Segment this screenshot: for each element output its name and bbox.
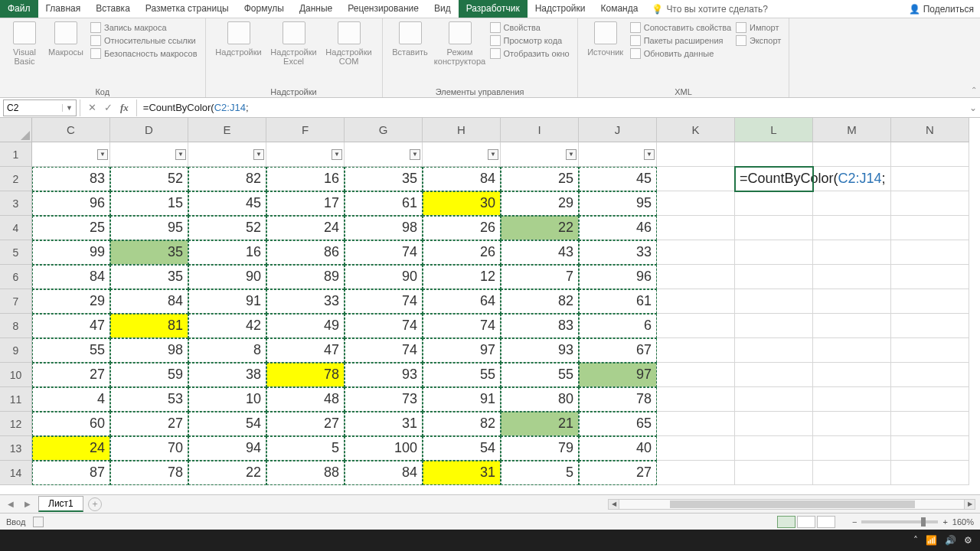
view-normal-button[interactable]	[777, 516, 795, 528]
cell-N3[interactable]	[891, 191, 969, 216]
cell-D14[interactable]: 78	[110, 461, 188, 485]
tray-chevron-icon[interactable]: ˄	[913, 535, 918, 546]
cell-M5[interactable]	[813, 240, 891, 265]
tab-formulas[interactable]: Формулы	[237, 0, 292, 18]
cell-H14[interactable]: 31	[423, 461, 501, 485]
properties-button[interactable]: Свойства	[488, 21, 571, 34]
cell-N11[interactable]	[891, 387, 969, 412]
tab-home[interactable]: Главная	[38, 0, 89, 18]
xml-export-button[interactable]: Экспорт	[734, 34, 782, 47]
cell-N13[interactable]	[891, 436, 969, 461]
col-header-K[interactable]: K	[657, 118, 735, 142]
relative-refs-button[interactable]: Относительные ссылки	[89, 34, 199, 47]
map-properties-button[interactable]: Сопоставить свойства	[629, 21, 733, 34]
cell-H8[interactable]: 74	[423, 314, 501, 338]
cell-K13[interactable]	[657, 436, 735, 461]
macro-record-status-icon[interactable]	[33, 517, 44, 527]
cell-D7[interactable]: 84	[110, 289, 188, 314]
macros-button[interactable]: Макросы	[44, 20, 87, 57]
filter-button-G[interactable]: ▼	[410, 149, 420, 160]
cell-I7[interactable]: 82	[501, 289, 579, 314]
name-box[interactable]: C2▼	[3, 99, 77, 116]
tab-pagelayout[interactable]: Разметка страницы	[138, 0, 237, 18]
cell-F1[interactable]: ▼	[266, 142, 345, 167]
cell-K3[interactable]	[657, 191, 735, 216]
fx-icon[interactable]: fx	[120, 102, 129, 114]
row-header-6[interactable]: 6	[0, 265, 32, 289]
cell-K2[interactable]	[657, 167, 735, 191]
cell-H6[interactable]: 12	[423, 265, 501, 289]
design-mode-button[interactable]: Режим конструктора	[433, 20, 487, 66]
cell-C11[interactable]: 4	[32, 387, 110, 412]
cell-G6[interactable]: 90	[345, 265, 423, 289]
cell-G5[interactable]: 74	[345, 240, 423, 265]
cell-C14[interactable]: 87	[32, 461, 110, 485]
formula-input[interactable]: =CountByColor(C2:J14;	[137, 102, 966, 113]
cell-I6[interactable]: 7	[501, 265, 579, 289]
scroll-right-button[interactable]: ▶	[964, 500, 975, 509]
scroll-left-button[interactable]: ◀	[609, 500, 619, 509]
cell-F3[interactable]: 17	[266, 191, 345, 216]
cell-H9[interactable]: 97	[423, 338, 501, 363]
view-pagebreak-button[interactable]	[817, 516, 835, 528]
col-header-M[interactable]: M	[813, 118, 891, 142]
cell-N14[interactable]	[891, 461, 969, 485]
cell-E5[interactable]: 16	[188, 240, 266, 265]
cell-M3[interactable]	[813, 191, 891, 216]
col-header-I[interactable]: I	[501, 118, 579, 142]
cell-C10[interactable]: 27	[32, 363, 110, 387]
cell-C5[interactable]: 99	[32, 240, 110, 265]
cell-G2[interactable]: 35	[345, 167, 423, 191]
cell-M6[interactable]	[813, 265, 891, 289]
cell-E14[interactable]: 22	[188, 461, 266, 485]
tab-addins[interactable]: Надстройки	[528, 0, 593, 18]
cell-J6[interactable]: 96	[579, 265, 657, 289]
cancel-formula-button[interactable]: ✕	[88, 102, 96, 113]
cell-E7[interactable]: 91	[188, 289, 266, 314]
cell-J3[interactable]: 95	[579, 191, 657, 216]
cell-K9[interactable]	[657, 338, 735, 363]
cell-M13[interactable]	[813, 436, 891, 461]
accept-formula-button[interactable]: ✓	[104, 102, 113, 113]
cell-M8[interactable]	[813, 314, 891, 338]
filter-button-J[interactable]: ▼	[644, 149, 655, 160]
cell-F2[interactable]: 16	[266, 167, 345, 191]
cell-K14[interactable]	[657, 461, 735, 485]
cell-G10[interactable]: 93	[345, 363, 423, 387]
cell-I13[interactable]: 79	[501, 436, 579, 461]
refresh-data-button[interactable]: Обновить данные	[629, 47, 733, 60]
view-code-button[interactable]: Просмотр кода	[488, 34, 571, 47]
cell-F12[interactable]: 27	[266, 412, 345, 436]
cell-D5[interactable]: 35	[110, 240, 188, 265]
select-all-corner[interactable]	[0, 118, 32, 142]
cell-E9[interactable]: 8	[188, 338, 266, 363]
cell-L9[interactable]	[735, 338, 813, 363]
cell-G1[interactable]: ▼	[345, 142, 423, 167]
filter-button-D[interactable]: ▼	[175, 149, 186, 160]
cell-F8[interactable]: 49	[266, 314, 345, 338]
cell-M14[interactable]	[813, 461, 891, 485]
cell-H4[interactable]: 26	[423, 216, 501, 240]
cell-C13[interactable]: 24	[32, 436, 110, 461]
zoom-in-button[interactable]: +	[942, 517, 947, 527]
cell-F6[interactable]: 89	[266, 265, 345, 289]
cell-J5[interactable]: 33	[579, 240, 657, 265]
cell-J7[interactable]: 61	[579, 289, 657, 314]
cell-K7[interactable]	[657, 289, 735, 314]
cell-K10[interactable]	[657, 363, 735, 387]
cell-F14[interactable]: 88	[266, 461, 345, 485]
cell-E12[interactable]: 54	[188, 412, 266, 436]
tab-team[interactable]: Команда	[593, 0, 645, 18]
cell-G14[interactable]: 84	[345, 461, 423, 485]
cell-I4[interactable]: 22	[501, 216, 579, 240]
cell-I1[interactable]: ▼	[501, 142, 579, 167]
row-header-7[interactable]: 7	[0, 289, 32, 314]
cell-C6[interactable]: 84	[32, 265, 110, 289]
cell-I14[interactable]: 5	[501, 461, 579, 485]
cell-D11[interactable]: 53	[110, 387, 188, 412]
chevron-down-icon[interactable]: ▼	[62, 104, 73, 112]
cell-K5[interactable]	[657, 240, 735, 265]
cell-I5[interactable]: 43	[501, 240, 579, 265]
cell-N1[interactable]	[891, 142, 969, 167]
cell-G13[interactable]: 100	[345, 436, 423, 461]
